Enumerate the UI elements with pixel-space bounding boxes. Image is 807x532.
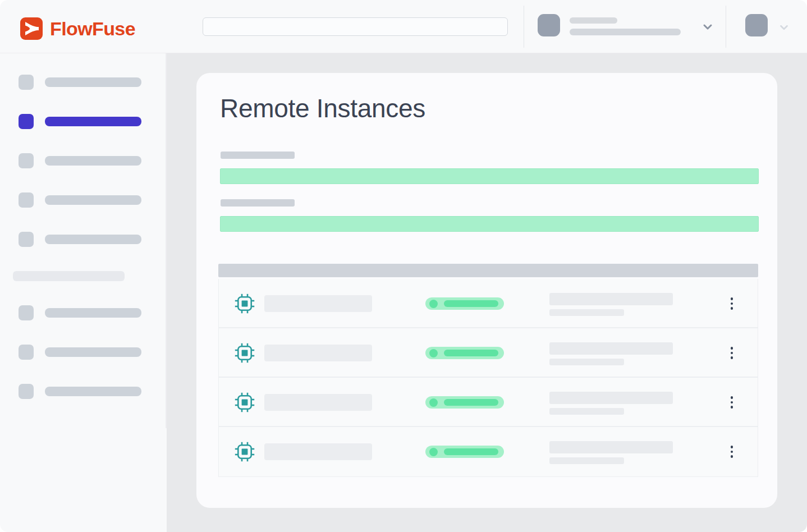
instances-table: [218, 264, 758, 477]
form-label-skeleton: [221, 152, 295, 159]
sidebar-item-label-skeleton: [45, 235, 141, 244]
sidebar-edge-divider: [166, 53, 167, 428]
kebab-menu-button[interactable]: [725, 343, 739, 363]
instance-name-skeleton: [264, 345, 372, 361]
top-navigation-bar: FlowFuse: [0, 0, 807, 53]
meta-line-skeleton: [549, 293, 673, 305]
table-body: [218, 279, 758, 477]
sidebar-item-label-skeleton: [45, 156, 141, 166]
user-avatar: [538, 14, 560, 36]
sidebar-item[interactable]: [19, 114, 167, 129]
status-text-skeleton: [444, 448, 498, 455]
sidebar-item-label-skeleton: [45, 387, 141, 396]
kebab-icon: [731, 347, 733, 350]
chip-icon: [234, 293, 255, 317]
secondary-avatar: [745, 14, 768, 36]
kebab-menu-button[interactable]: [725, 442, 739, 462]
sidebar-primary-list: [0, 53, 167, 247]
form-input-highlighted[interactable]: [220, 216, 759, 232]
sidebar-item[interactable]: [19, 153, 167, 168]
chevron-down-icon: [701, 20, 714, 36]
sidebar-navigation: [0, 53, 167, 532]
sidebar-item-icon: [19, 75, 34, 90]
table-row[interactable]: [219, 378, 758, 427]
sidebar-item-icon: [19, 153, 34, 168]
sidebar-item-icon: [19, 232, 34, 247]
sidebar-item-icon: [19, 114, 34, 129]
sidebar-item-icon: [19, 384, 34, 399]
instance-name-skeleton: [264, 443, 372, 460]
sidebar-item[interactable]: [19, 384, 167, 399]
table-row[interactable]: [219, 328, 758, 378]
header-divider: [726, 6, 726, 48]
sidebar-item[interactable]: [19, 345, 167, 360]
table-header-skeleton: [218, 264, 758, 277]
sidebar-item[interactable]: [19, 305, 167, 320]
kebab-menu-button[interactable]: [725, 392, 739, 412]
sidebar-item-label-skeleton: [45, 308, 141, 318]
status-badge: [425, 347, 504, 359]
sidebar-item[interactable]: [19, 192, 167, 208]
meta-line-skeleton: [549, 342, 673, 355]
table-row[interactable]: [219, 427, 758, 476]
flowfuse-logo-icon: [20, 17, 43, 40]
form-input-highlighted[interactable]: [220, 168, 759, 184]
sidebar-item-label-skeleton: [45, 77, 141, 87]
status-badge: [425, 446, 504, 458]
sidebar-item-label-skeleton: [45, 347, 141, 357]
status-dot-icon: [429, 300, 438, 308]
search-input[interactable]: [203, 17, 508, 36]
kebab-menu-button[interactable]: [725, 293, 739, 314]
status-dot-icon: [429, 349, 438, 357]
sidebar-item[interactable]: [19, 232, 167, 247]
chip-icon: [234, 441, 255, 465]
meta-line-skeleton: [549, 441, 673, 453]
meta-subline-skeleton: [549, 408, 624, 415]
status-text-skeleton: [444, 399, 498, 406]
status-text-skeleton: [444, 350, 498, 356]
form-label-skeleton: [221, 199, 295, 207]
sidebar-section-label-skeleton: [13, 271, 125, 281]
instance-name-skeleton: [264, 394, 372, 411]
status-badge: [425, 396, 504, 409]
sidebar-item-icon: [19, 345, 34, 360]
user-name-skeleton: [570, 17, 617, 24]
sidebar-secondary-list: [0, 305, 167, 399]
sidebar-item-icon: [19, 305, 34, 320]
meta-subline-skeleton: [549, 457, 624, 464]
chevron-down-icon: [778, 21, 790, 36]
table-row[interactable]: [219, 279, 758, 328]
chip-icon: [234, 342, 255, 366]
instance-name-skeleton: [264, 295, 372, 312]
main-content-area: Remote Instances: [167, 53, 807, 532]
remote-instances-card: Remote Instances: [196, 73, 777, 508]
meta-line-skeleton: [549, 392, 673, 404]
app-window: FlowFuse: [0, 0, 807, 532]
page-title: Remote Instances: [220, 94, 425, 123]
status-text-skeleton: [444, 300, 498, 307]
sidebar-item[interactable]: [19, 75, 167, 90]
header-divider: [524, 6, 524, 48]
meta-subline-skeleton: [549, 309, 624, 316]
sidebar-item-label-skeleton: [45, 195, 141, 205]
status-dot-icon: [429, 398, 438, 407]
status-dot-icon: [429, 448, 438, 456]
sidebar-item-label-skeleton: [45, 117, 141, 126]
sidebar-item-icon: [19, 192, 34, 208]
chip-icon: [234, 392, 255, 415]
kebab-icon: [731, 297, 733, 300]
brand-name: FlowFuse: [50, 19, 135, 38]
user-detail-skeleton: [570, 29, 681, 35]
brand-home-link[interactable]: FlowFuse: [20, 17, 135, 40]
meta-subline-skeleton: [549, 359, 624, 365]
kebab-icon: [731, 446, 733, 448]
kebab-icon: [731, 396, 733, 399]
status-badge: [425, 297, 504, 310]
